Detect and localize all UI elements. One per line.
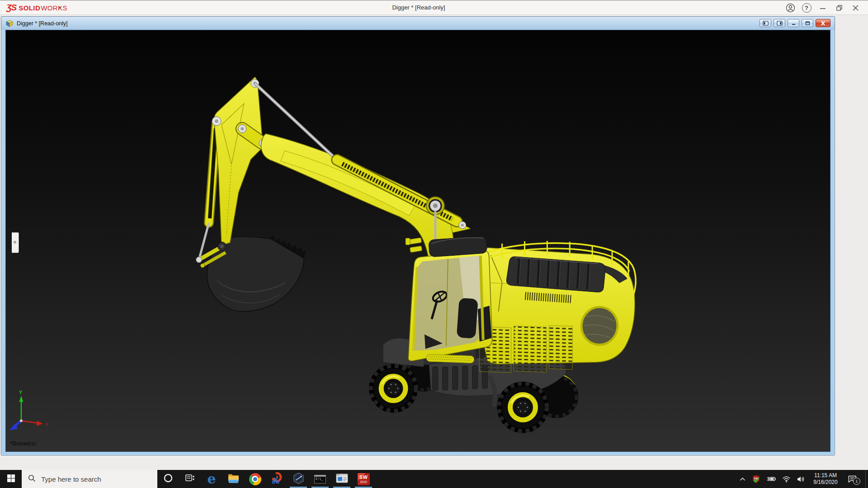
document-window: Digger * [Read-only] xyxy=(1,16,835,455)
screen-capture-icon xyxy=(271,472,283,486)
solidworks-2020-icon: SW 2020 xyxy=(358,473,370,485)
taskbar-search[interactable] xyxy=(22,470,157,488)
power-battery-icon[interactable] xyxy=(766,476,776,482)
help-icon: ? xyxy=(802,3,811,13)
command-prompt-icon: C:\_ xyxy=(314,475,326,483)
document-title: Digger * [Read-only] xyxy=(17,20,68,27)
show-hidden-icons-button[interactable] xyxy=(739,477,746,482)
part-document-icon xyxy=(6,20,14,27)
close-button[interactable] xyxy=(847,0,863,15)
dipper-arm xyxy=(212,77,263,251)
doc-close-button[interactable] xyxy=(816,19,830,27)
excavator-model[interactable]: Y X xyxy=(6,30,830,451)
doc-restore-button[interactable] xyxy=(802,19,813,27)
feature-manager-collapsed-tab[interactable] xyxy=(12,232,19,253)
search-icon xyxy=(28,474,36,484)
cortana-button[interactable] xyxy=(157,470,179,488)
close-icon xyxy=(852,5,859,11)
view-orientation-label: *Dimetric xyxy=(10,440,37,447)
front-left-wheel xyxy=(369,364,418,413)
task-view-button[interactable] xyxy=(179,470,201,488)
wifi-icon[interactable] xyxy=(782,476,791,483)
search-input[interactable] xyxy=(40,475,151,483)
pane-tab-grip-icon xyxy=(14,241,16,244)
hexagon-app-icon xyxy=(292,472,305,486)
taskbar-media-viewer[interactable] xyxy=(331,470,353,488)
chrome-icon xyxy=(249,473,261,485)
pane-next-button[interactable] xyxy=(774,19,785,27)
taskbar-command-prompt[interactable]: C:\_ xyxy=(309,470,331,488)
taskbar-chrome[interactable] xyxy=(244,470,266,488)
clock-date: 9/16/2020 xyxy=(811,479,840,486)
clock-time: 11:15 AM xyxy=(811,472,840,479)
help-button[interactable]: ? xyxy=(798,0,815,15)
cab xyxy=(406,236,492,363)
taskbar-hexagon-app[interactable] xyxy=(288,470,309,488)
triad-y-label: Y xyxy=(19,389,23,395)
volume-icon[interactable] xyxy=(797,476,805,483)
system-tray: SW 11:15 AM 9/16/2020 1 xyxy=(739,470,865,488)
doc-minimize-button[interactable] xyxy=(788,19,799,27)
notification-badge: 1 xyxy=(853,478,860,485)
taskbar-edge[interactable]: e xyxy=(201,470,222,488)
account-icon xyxy=(786,3,795,13)
task-view-icon xyxy=(185,474,195,484)
orientation-triad: Y X xyxy=(9,389,49,431)
taskbar-file-explorer[interactable] xyxy=(222,470,244,488)
action-center-button[interactable]: 1 xyxy=(848,475,857,483)
minimize-button[interactable] xyxy=(815,0,831,15)
document-titlebar[interactable]: Digger * [Read-only] xyxy=(1,17,835,30)
account-button[interactable] xyxy=(782,0,798,15)
upper-body xyxy=(479,241,636,373)
edge-icon: e xyxy=(207,473,216,485)
file-explorer-icon xyxy=(227,473,240,485)
taskbar-clock[interactable]: 11:15 AM 9/16/2020 xyxy=(811,472,840,486)
taskbar-solidworks[interactable]: SW 2020 xyxy=(353,470,374,488)
rear-left-wheel xyxy=(497,382,549,433)
app-window-title: Digger * [Read-only] xyxy=(0,4,837,11)
taskbar-screen-capture[interactable] xyxy=(266,470,288,488)
restore-icon xyxy=(835,4,843,12)
start-button[interactable] xyxy=(0,470,22,488)
cortana-icon xyxy=(163,473,173,485)
taskbar-empty-space xyxy=(374,470,739,488)
minimize-icon xyxy=(819,5,826,12)
restore-button[interactable] xyxy=(831,0,847,15)
app-titlebar: ƷS SOLIDWORKS ▸ Digger * [Read-only] ? xyxy=(0,0,868,15)
solidworks-resource-monitor-icon[interactable]: SW xyxy=(752,475,760,483)
show-desktop-button[interactable] xyxy=(865,470,868,488)
triad-x-label: X xyxy=(45,422,49,427)
taskbar: e C:\_ SW 2020 xyxy=(0,470,868,488)
pane-previous-button[interactable] xyxy=(760,19,771,27)
media-viewer-icon xyxy=(336,473,348,485)
windows-logo-icon xyxy=(7,474,15,484)
graphics-viewport[interactable]: Y X *Dimetric xyxy=(5,30,830,452)
